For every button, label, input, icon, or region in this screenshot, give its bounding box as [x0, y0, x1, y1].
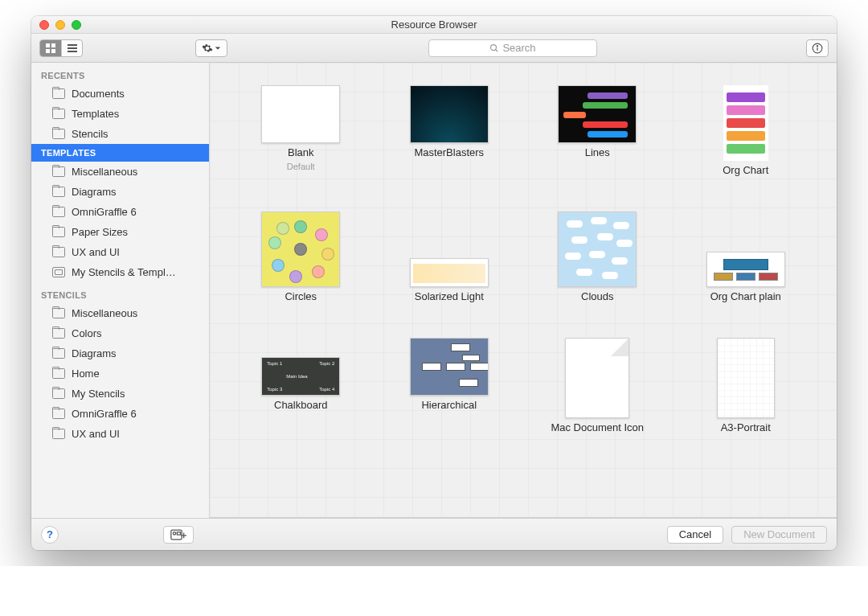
template-sublabel: Default	[287, 162, 315, 171]
template-org-chart-plain[interactable]: Org Chart plain	[684, 211, 809, 302]
folder-icon	[52, 348, 65, 359]
resource-browser-window: Resource Browser Search	[31, 16, 837, 550]
template-thumbnail	[558, 211, 637, 287]
template-thumbnail	[723, 85, 768, 161]
search-placeholder: Search	[502, 42, 535, 54]
folder-icon	[52, 88, 65, 99]
template-masterblasters[interactable]: MasterBlasters	[387, 85, 512, 176]
svg-rect-3	[51, 49, 55, 53]
sidebar-item-ux-ui-templates[interactable]: UX and UI	[31, 242, 209, 262]
info-icon	[812, 43, 823, 54]
svg-rect-5	[68, 47, 77, 49]
sidebar-item-ux-ui-stencils[interactable]: UX and UI	[31, 424, 209, 444]
sidebar-section-stencils[interactable]: STENCILS	[31, 282, 209, 303]
body: RECENTS Documents Templates Stencils TEM…	[31, 63, 837, 518]
svg-rect-6	[68, 51, 77, 52]
template-lines[interactable]: Lines	[535, 85, 660, 176]
sidebar-item-label: Miscellaneous	[72, 307, 137, 319]
sidebar-section-templates[interactable]: TEMPLATES	[31, 144, 209, 162]
sidebar-item-omnigraffle6-templates[interactable]: OmniGraffle 6	[31, 202, 209, 222]
sidebar-item-stencils-recent[interactable]: Stencils	[31, 124, 209, 144]
template-mac-document-icon[interactable]: Mac Document Icon	[535, 338, 660, 433]
template-thumbnail	[261, 85, 340, 143]
folder-icon	[52, 409, 65, 419]
sidebar-item-misc-stencils[interactable]: Miscellaneous	[31, 303, 209, 323]
folder-icon	[52, 166, 65, 177]
view-toggle	[39, 39, 83, 57]
template-thumbnail	[717, 338, 775, 418]
sidebar-item-documents[interactable]: Documents	[31, 84, 209, 104]
template-hierarchical[interactable]: Hierarchical	[387, 338, 512, 433]
svg-rect-0	[46, 43, 50, 47]
list-view-button[interactable]	[61, 40, 82, 56]
folder-icon	[52, 187, 65, 197]
sidebar-item-label: Documents	[72, 88, 125, 100]
folder-icon	[52, 368, 65, 379]
template-org-chart[interactable]: Org Chart	[684, 85, 809, 176]
cancel-button[interactable]: Cancel	[667, 526, 723, 544]
sidebar-item-label: Diagrams	[72, 186, 117, 198]
template-thumbnail	[261, 211, 340, 287]
folder-icon	[52, 429, 65, 439]
folder-icon	[52, 227, 65, 237]
template-label: Hierarchical	[421, 399, 477, 411]
svg-rect-1	[51, 43, 55, 47]
sidebar-item-my-stencils[interactable]: My Stencils	[31, 384, 209, 404]
sidebar-item-paper-sizes[interactable]: Paper Sizes	[31, 222, 209, 242]
stencil-plus-icon	[170, 529, 186, 540]
folder-icon	[52, 388, 65, 399]
template-label: Lines	[585, 146, 610, 158]
stencil-icon	[52, 267, 65, 277]
sidebar-item-label: Colors	[72, 327, 102, 339]
template-solarized-light[interactable]: Solarized Light	[387, 211, 512, 302]
template-circles[interactable]: Circles	[239, 211, 363, 302]
footer: ? Cancel New Document	[31, 518, 837, 550]
toolbar: Search	[31, 34, 837, 63]
sidebar-item-label: Templates	[72, 108, 119, 120]
template-thumbnail	[410, 85, 489, 143]
template-label: Mac Document Icon	[551, 421, 644, 433]
template-label: Clouds	[581, 290, 613, 302]
svg-rect-4	[68, 44, 77, 46]
template-grid: Blank Default MasterBlasters Lines	[210, 63, 837, 518]
svg-point-11	[817, 45, 817, 46]
sidebar: RECENTS Documents Templates Stencils TEM…	[31, 63, 210, 518]
add-stencil-button[interactable]	[163, 526, 194, 544]
template-blank[interactable]: Blank Default	[239, 85, 363, 176]
folder-icon	[52, 109, 65, 119]
template-chalkboard[interactable]: Topic 1 Topic 2 Main Idea Topic 3 Topic …	[239, 338, 363, 433]
action-menu-button[interactable]	[195, 39, 227, 57]
sidebar-item-home[interactable]: Home	[31, 363, 209, 384]
template-clouds[interactable]: Clouds	[535, 211, 660, 302]
sidebar-item-colors[interactable]: Colors	[31, 323, 209, 343]
template-label: Blank	[288, 146, 314, 158]
sidebar-item-label: Diagrams	[72, 347, 117, 359]
folder-icon	[52, 328, 65, 339]
grid-view-button[interactable]	[40, 40, 61, 56]
folder-icon	[52, 129, 65, 139]
window-title: Resource Browser	[31, 18, 837, 31]
template-thumbnail: Topic 1 Topic 2 Main Idea Topic 3 Topic …	[261, 357, 340, 396]
new-document-button[interactable]: New Document	[731, 526, 827, 544]
sidebar-item-omnigraffle6-stencils[interactable]: OmniGraffle 6	[31, 404, 209, 424]
sidebar-item-diagrams-stencils[interactable]: Diagrams	[31, 343, 209, 363]
search-field[interactable]: Search	[428, 39, 597, 57]
svg-rect-2	[46, 49, 50, 53]
help-button[interactable]: ?	[41, 526, 59, 544]
sidebar-item-label: Miscellaneous	[72, 166, 137, 178]
svg-rect-14	[177, 532, 180, 534]
sidebar-item-my-stencils-templates[interactable]: My Stencils & Templ…	[31, 262, 209, 282]
sidebar-section-recents[interactable]: RECENTS	[31, 63, 209, 84]
sidebar-item-diagrams-templates[interactable]: Diagrams	[31, 182, 209, 202]
template-a3-portrait[interactable]: A3-Portrait	[684, 338, 809, 433]
gear-icon	[202, 43, 213, 54]
sidebar-item-label: Home	[72, 368, 100, 380]
sidebar-item-misc-templates[interactable]: Miscellaneous	[31, 162, 209, 182]
sidebar-item-templates-recent[interactable]: Templates	[31, 104, 209, 124]
sidebar-item-label: My Stencils	[72, 388, 125, 400]
template-label: Chalkboard	[274, 399, 328, 411]
folder-icon	[52, 207, 65, 217]
folder-icon	[52, 308, 65, 318]
info-button[interactable]	[806, 39, 829, 57]
template-label: A3-Portrait	[721, 421, 771, 433]
